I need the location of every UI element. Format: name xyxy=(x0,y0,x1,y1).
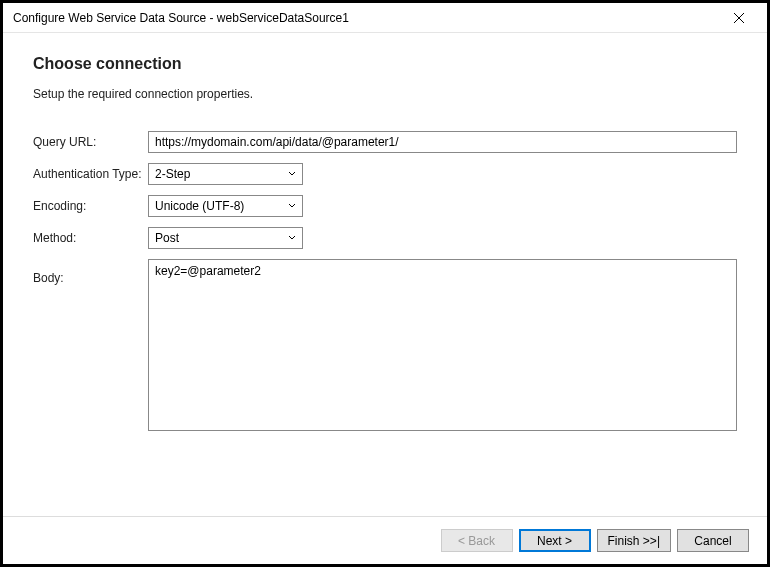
dialog-window: Configure Web Service Data Source - webS… xyxy=(0,0,770,567)
back-button: < Back xyxy=(441,529,513,552)
auth-type-row: Authentication Type: 2-Step xyxy=(33,163,737,185)
body-label: Body: xyxy=(33,259,148,285)
method-row: Method: Post xyxy=(33,227,737,249)
body-row: Body: key2=@parameter2 xyxy=(33,259,737,434)
auth-type-select[interactable]: 2-Step xyxy=(148,163,303,185)
body-textarea[interactable]: key2=@parameter2 xyxy=(148,259,737,431)
finish-button[interactable]: Finish >>| xyxy=(597,529,671,552)
cancel-button[interactable]: Cancel xyxy=(677,529,749,552)
query-url-label: Query URL: xyxy=(33,131,148,149)
chevron-down-icon xyxy=(288,170,296,178)
chevron-down-icon xyxy=(288,234,296,242)
auth-type-value: 2-Step xyxy=(155,167,288,181)
window-title: Configure Web Service Data Source - webS… xyxy=(13,11,349,25)
content-area: Choose connection Setup the required con… xyxy=(3,33,767,516)
close-icon xyxy=(734,13,744,23)
method-value: Post xyxy=(155,231,288,245)
footer-buttons: < Back Next > Finish >>| Cancel xyxy=(3,516,767,564)
next-button[interactable]: Next > xyxy=(519,529,591,552)
titlebar: Configure Web Service Data Source - webS… xyxy=(3,3,767,33)
encoding-value: Unicode (UTF-8) xyxy=(155,199,288,213)
encoding-row: Encoding: Unicode (UTF-8) xyxy=(33,195,737,217)
chevron-down-icon xyxy=(288,202,296,210)
encoding-select[interactable]: Unicode (UTF-8) xyxy=(148,195,303,217)
query-url-input[interactable] xyxy=(148,131,737,153)
encoding-label: Encoding: xyxy=(33,195,148,213)
page-heading: Choose connection xyxy=(33,55,737,73)
query-url-row: Query URL: xyxy=(33,131,737,153)
close-button[interactable] xyxy=(719,6,759,30)
method-label: Method: xyxy=(33,227,148,245)
auth-type-label: Authentication Type: xyxy=(33,163,148,181)
page-subheading: Setup the required connection properties… xyxy=(33,87,737,101)
method-select[interactable]: Post xyxy=(148,227,303,249)
